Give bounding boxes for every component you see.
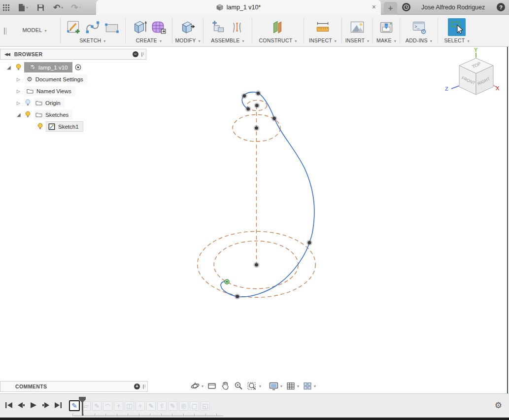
browser-row-origin[interactable]: ▷ Origin [17, 98, 65, 108]
save-button[interactable] [37, 4, 44, 11]
zoom-icon[interactable] [234, 381, 243, 391]
collapsed-triangle-icon[interactable]: ▷ [17, 89, 22, 94]
timeline-bar: ✎▱✎◠＋◫＋✎⇧✎◎▢◱ ⚙ [0, 393, 509, 418]
go-to-start-button[interactable] [5, 402, 13, 409]
visibility-bulb-icon[interactable] [25, 111, 31, 118]
collapsed-triangle-icon[interactable]: ▷ [17, 77, 22, 82]
display-settings-icon[interactable]: ▾ [269, 381, 282, 391]
browser-row-named-views[interactable]: ▷ Named Views [17, 86, 75, 96]
browser-item-label: Origin [45, 100, 61, 106]
comments-panel-header[interactable]: COMMENTS + [0, 381, 148, 392]
timeline-feature-box1[interactable]: ▢ [190, 401, 199, 411]
browser-item-label: Document Settings [35, 76, 83, 82]
scripts-addins-button[interactable]: >_ ⚙ [410, 19, 427, 35]
undo-button[interactable]: ↶▾ [53, 3, 63, 12]
press-pull-button[interactable] [179, 19, 196, 35]
toolbar-group-make: MAKE ▾ [373, 15, 400, 46]
visibility-bulb-icon[interactable] [37, 123, 43, 130]
timeline-settings-gear-icon[interactable]: ⚙ [495, 400, 502, 411]
timeline-feature-sketch4[interactable]: ✎ [168, 401, 177, 411]
add-comment-icon[interactable]: + [134, 384, 140, 389]
sketch-geometry[interactable] [0, 47, 509, 393]
toolbar-grip[interactable] [4, 28, 6, 35]
toolbar-group-create: CREATE ▾ [126, 15, 172, 46]
redo-button[interactable]: ↷▾ [71, 3, 81, 12]
axis-z-label: Z [445, 86, 448, 92]
viewports-icon[interactable]: ▾ [303, 381, 316, 391]
timeline-feature-combine1[interactable]: ◱ [201, 401, 210, 411]
timeline-feature-mirror1[interactable]: ◫ [125, 401, 134, 411]
folder-icon [27, 88, 34, 94]
insert-image-button[interactable] [349, 19, 366, 35]
expanded-triangle-icon[interactable]: ◢ [7, 65, 12, 70]
visibility-bulb-off-icon[interactable] [25, 99, 31, 106]
timeline-feature-move2[interactable]: ＋ [136, 401, 145, 411]
timeline-playhead[interactable] [79, 397, 86, 416]
activate-radio-icon[interactable] [75, 64, 81, 70]
browser-row-document-settings[interactable]: ▷ ⚙ Document Settings [17, 74, 87, 84]
orbit-icon[interactable]: ▾ [190, 381, 204, 391]
pan-icon[interactable] [220, 381, 230, 391]
collapsed-triangle-icon[interactable]: ▷ [17, 101, 22, 105]
browser-item-label: Sketches [45, 112, 68, 118]
select-button[interactable] [448, 18, 466, 36]
svg-text:⚙: ⚙ [420, 28, 426, 35]
tab-close-icon[interactable]: × [372, 3, 376, 10]
browser-collapse-arrows-icon[interactable]: ◀◀ [4, 52, 9, 57]
create-form-button[interactable] [150, 19, 167, 35]
browser-row-sketches[interactable]: ◢ Sketches [17, 109, 72, 120]
browser-title: BROWSER [14, 51, 43, 57]
extrude-button[interactable] [131, 19, 148, 35]
3d-print-button[interactable] [378, 19, 395, 35]
app-grid-icon[interactable] [3, 4, 9, 11]
axis-x-label: X [496, 85, 500, 91]
construction-plane-button[interactable] [270, 19, 286, 35]
sketch-point [255, 104, 259, 107]
modeling-canvas[interactable]: Y Z X TOP FRONT RIGHT ◀◀ BROWSER − ◢ lam… [0, 47, 509, 393]
timeline-features: ✎▱✎◠＋◫＋✎⇧✎◎▢◱ [69, 400, 210, 411]
timeline-feature-sketch3[interactable]: ✎ [146, 401, 156, 411]
spline-button[interactable] [84, 19, 101, 35]
document-title: lamp_1 v10* [227, 4, 261, 11]
create-sketch-button[interactable] [66, 19, 82, 35]
file-menu-button[interactable]: ▾ [18, 3, 28, 12]
joint-button[interactable] [229, 19, 245, 35]
history-clock-icon[interactable] [402, 3, 410, 11]
timeline-feature-extrude1[interactable]: ⇧ [157, 401, 167, 411]
browser-minimize-icon[interactable]: − [133, 51, 138, 57]
timeline-feature-revolve1[interactable]: ◎ [179, 401, 188, 411]
timeline-feature-loft1[interactable]: ◠ [103, 401, 112, 411]
workspace-switcher[interactable]: MODEL ▾ [15, 15, 54, 46]
browser-header-grip[interactable] [141, 52, 144, 57]
new-tab-button[interactable]: + [384, 2, 397, 15]
timeline-feature-move1[interactable]: ＋ [114, 401, 123, 411]
save-icon [37, 4, 44, 11]
help-icon[interactable]: ? [497, 3, 505, 11]
look-at-icon[interactable] [207, 381, 217, 391]
measure-button[interactable] [314, 19, 332, 35]
play-button[interactable] [30, 402, 37, 409]
timeline-feature-sketch1[interactable]: ✎ [69, 400, 80, 411]
sketch-point [255, 263, 258, 267]
grid-settings-icon[interactable]: ▾ [286, 381, 299, 391]
comments-header-grip[interactable] [143, 385, 145, 389]
view-cube[interactable]: Y Z X TOP FRONT RIGHT [438, 47, 509, 108]
browser-row-root[interactable]: ◢ lamp_1 v10 [7, 62, 81, 72]
user-name[interactable]: Jose Alfredo Rodriguez [421, 0, 485, 15]
step-forward-button[interactable] [42, 402, 50, 409]
visibility-bulb-icon[interactable] [16, 64, 21, 71]
browser-panel-header[interactable]: ◀◀ BROWSER − [0, 49, 146, 60]
document-tab[interactable]: lamp_1 v10* × [96, 0, 381, 15]
step-back-button[interactable] [17, 402, 25, 409]
rectangle-button[interactable] [103, 19, 120, 35]
fit-icon[interactable]: ▾ [247, 381, 261, 391]
navigation-bar: ▾ ▾ [190, 380, 316, 392]
go-to-end-button[interactable] [54, 402, 62, 409]
timeline-feature-sketch2[interactable]: ✎ [92, 401, 102, 411]
browser-row-sketch1[interactable]: Sketch1 [37, 121, 83, 132]
expanded-triangle-icon[interactable]: ◢ [17, 112, 22, 117]
bottom-window-strip [0, 418, 509, 420]
redo-icon: ↷ [71, 3, 78, 12]
toolbar-group-modify: MODIFY ▾ [172, 15, 203, 46]
new-component-button[interactable] [210, 19, 227, 35]
